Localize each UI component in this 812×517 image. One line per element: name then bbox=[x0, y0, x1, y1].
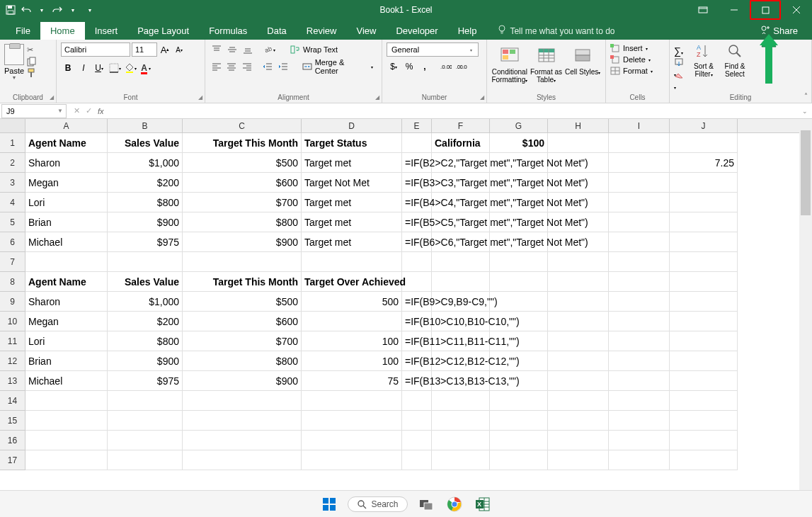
collapse-ribbon-icon[interactable]: ˄ bbox=[804, 92, 808, 100]
cell-D5[interactable]: Target met bbox=[302, 212, 402, 232]
cell-C9[interactable]: $500 bbox=[183, 292, 302, 312]
cell-H9[interactable] bbox=[548, 292, 609, 312]
increase-indent-icon[interactable] bbox=[276, 59, 290, 74]
column-header-D[interactable]: D bbox=[302, 119, 402, 132]
formula-input[interactable] bbox=[111, 104, 798, 118]
ribbon-display-icon[interactable] bbox=[687, 0, 719, 20]
cell-styles-button[interactable]: Cell Styles▾ bbox=[564, 42, 601, 76]
cell-B12[interactable]: $900 bbox=[108, 351, 183, 371]
cell-J5[interactable] bbox=[670, 212, 738, 232]
cell-E11[interactable]: =IF(B11>C11,B11-C11,"") bbox=[402, 331, 432, 351]
increase-decimal-icon[interactable]: .0.00 bbox=[439, 59, 453, 74]
undo-icon[interactable] bbox=[20, 4, 33, 16]
cell-A2[interactable]: Sharon bbox=[25, 153, 108, 173]
cell-E8[interactable] bbox=[402, 272, 432, 292]
maximize-button[interactable] bbox=[750, 0, 781, 20]
align-middle-icon[interactable] bbox=[225, 42, 239, 57]
cell-I16[interactable] bbox=[609, 431, 670, 450]
column-header-I[interactable]: I bbox=[609, 119, 670, 132]
cell-A16[interactable] bbox=[25, 431, 108, 450]
tab-insert[interactable]: Insert bbox=[85, 22, 128, 40]
cell-A17[interactable] bbox=[25, 450, 108, 470]
cell-A1[interactable]: Agent Name bbox=[25, 133, 108, 153]
row-header-10[interactable]: 10 bbox=[0, 312, 25, 331]
cell-E1[interactable] bbox=[402, 133, 432, 153]
cell-E9[interactable]: =IF(B9>C9,B9-C9,"") bbox=[402, 292, 432, 312]
cell-H12[interactable] bbox=[548, 351, 609, 371]
clear-icon[interactable]: ▾ bbox=[674, 71, 685, 82]
cell-F8[interactable] bbox=[432, 272, 490, 292]
cell-B10[interactable]: $200 bbox=[108, 312, 183, 331]
cell-J13[interactable] bbox=[670, 371, 738, 391]
align-bottom-icon[interactable] bbox=[241, 42, 255, 57]
sort-filter-button[interactable]: AZ Sort & Filter▾ bbox=[688, 42, 719, 78]
fill-color-button[interactable]: ▾ bbox=[123, 61, 137, 75]
tab-home[interactable]: Home bbox=[40, 22, 85, 40]
merge-center-button[interactable]: Merge & Center ▾ bbox=[298, 59, 377, 74]
cell-E12[interactable]: =IF(B12>C12,B12-C12,"") bbox=[402, 351, 432, 371]
cell-D14[interactable] bbox=[302, 391, 402, 411]
orientation-icon[interactable]: ab▾ bbox=[262, 42, 276, 57]
cell-C4[interactable]: $700 bbox=[183, 193, 302, 212]
cell-G16[interactable] bbox=[490, 431, 548, 450]
cell-C10[interactable]: $600 bbox=[183, 312, 302, 331]
row-header-5[interactable]: 5 bbox=[0, 212, 25, 232]
chrome-icon[interactable] bbox=[445, 494, 464, 514]
comma-format-icon[interactable]: , bbox=[418, 59, 432, 74]
row-header-3[interactable]: 3 bbox=[0, 173, 25, 193]
cell-C8[interactable]: Target This Month bbox=[183, 272, 302, 292]
row-header-4[interactable]: 4 bbox=[0, 193, 25, 212]
alignment-dialog-launcher[interactable]: ◢ bbox=[375, 94, 379, 101]
cell-B14[interactable] bbox=[108, 391, 183, 411]
cell-A5[interactable]: Brian bbox=[25, 212, 108, 232]
cell-I2[interactable] bbox=[609, 153, 670, 173]
row-header-13[interactable]: 13 bbox=[0, 371, 25, 391]
cell-C12[interactable]: $800 bbox=[183, 351, 302, 371]
row-header-7[interactable]: 7 bbox=[0, 252, 25, 272]
row-header-17[interactable]: 17 bbox=[0, 450, 25, 470]
enter-formula-icon[interactable]: ✓ bbox=[86, 106, 92, 115]
cell-I17[interactable] bbox=[609, 450, 670, 470]
cells-area[interactable]: Agent NameSales ValueTarget This MonthTa… bbox=[25, 133, 738, 470]
cell-I10[interactable] bbox=[609, 312, 670, 331]
cell-A13[interactable]: Michael bbox=[25, 371, 108, 391]
cell-J11[interactable] bbox=[670, 331, 738, 351]
cell-D9[interactable]: 500 bbox=[302, 292, 402, 312]
name-box-dropdown-icon[interactable]: ▼ bbox=[57, 108, 66, 114]
row-header-8[interactable]: 8 bbox=[0, 272, 25, 292]
cell-D8[interactable]: Target Over Achieved bbox=[302, 272, 402, 292]
redo-icon[interactable] bbox=[51, 4, 64, 16]
column-header-C[interactable]: C bbox=[183, 119, 302, 132]
cell-B4[interactable]: $800 bbox=[108, 193, 183, 212]
cell-F7[interactable] bbox=[432, 252, 490, 272]
cell-D3[interactable]: Target Not Met bbox=[302, 173, 402, 193]
cell-E7[interactable] bbox=[402, 252, 432, 272]
cell-J9[interactable] bbox=[670, 292, 738, 312]
cell-I7[interactable] bbox=[609, 252, 670, 272]
cell-I5[interactable] bbox=[609, 212, 670, 232]
cell-A4[interactable]: Lori bbox=[25, 193, 108, 212]
column-header-H[interactable]: H bbox=[548, 119, 609, 132]
tab-data[interactable]: Data bbox=[257, 22, 296, 40]
cell-J7[interactable] bbox=[670, 252, 738, 272]
cell-J2[interactable]: 7.25 bbox=[670, 153, 738, 173]
cell-B1[interactable]: Sales Value bbox=[108, 133, 183, 153]
cell-E16[interactable] bbox=[402, 431, 432, 450]
cell-H14[interactable] bbox=[548, 391, 609, 411]
cell-E6[interactable]: =IF(B6>C6,"Target met","Target Not Met") bbox=[402, 232, 432, 252]
format-painter-icon[interactable] bbox=[27, 68, 38, 78]
cell-G1[interactable]: $100 bbox=[490, 133, 548, 153]
cell-E4[interactable]: =IF(B4>C4,"Target met","Target Not Met") bbox=[402, 193, 432, 212]
excel-icon[interactable]: X bbox=[473, 494, 493, 514]
column-header-E[interactable]: E bbox=[402, 119, 432, 132]
cell-H16[interactable] bbox=[548, 431, 609, 450]
cell-J17[interactable] bbox=[670, 450, 738, 470]
cell-D4[interactable]: Target met bbox=[302, 193, 402, 212]
column-header-F[interactable]: F bbox=[432, 119, 490, 132]
font-color-button[interactable]: A▾ bbox=[139, 61, 153, 75]
cell-I1[interactable] bbox=[609, 133, 670, 153]
underline-button[interactable]: U▾ bbox=[92, 61, 106, 75]
font-dialog-launcher[interactable]: ◢ bbox=[198, 94, 202, 101]
decrease-indent-icon[interactable] bbox=[261, 59, 274, 74]
copy-icon[interactable] bbox=[27, 57, 38, 67]
